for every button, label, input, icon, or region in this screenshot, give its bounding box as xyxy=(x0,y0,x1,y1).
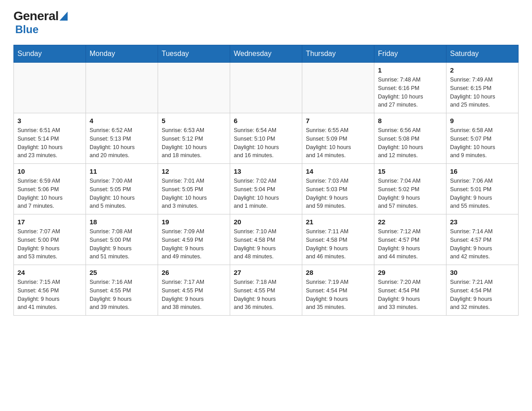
day-info: Sunrise: 7:16 AM Sunset: 4:55 PM Dayligh… xyxy=(90,278,154,312)
calendar-week-row: 10Sunrise: 6:59 AM Sunset: 5:06 PM Dayli… xyxy=(14,164,519,214)
day-info: Sunrise: 7:21 AM Sunset: 4:54 PM Dayligh… xyxy=(450,278,515,312)
calendar-cell: 17Sunrise: 7:07 AM Sunset: 5:00 PM Dayli… xyxy=(14,214,86,265)
calendar-cell xyxy=(86,63,158,113)
logo-arrow-icon xyxy=(60,12,68,21)
day-info: Sunrise: 7:20 AM Sunset: 4:54 PM Dayligh… xyxy=(378,278,442,312)
calendar-cell xyxy=(302,63,374,113)
calendar-cell: 10Sunrise: 6:59 AM Sunset: 5:06 PM Dayli… xyxy=(14,164,86,214)
calendar-week-row: 17Sunrise: 7:07 AM Sunset: 5:00 PM Dayli… xyxy=(14,214,519,265)
calendar-cell: 23Sunrise: 7:14 AM Sunset: 4:57 PM Dayli… xyxy=(446,214,519,265)
calendar-cell: 29Sunrise: 7:20 AM Sunset: 4:54 PM Dayli… xyxy=(374,265,446,316)
day-info: Sunrise: 6:51 AM Sunset: 5:14 PM Dayligh… xyxy=(17,126,82,160)
day-info: Sunrise: 7:15 AM Sunset: 4:56 PM Dayligh… xyxy=(17,278,82,312)
calendar-cell: 3Sunrise: 6:51 AM Sunset: 5:14 PM Daylig… xyxy=(14,113,86,164)
day-number: 21 xyxy=(306,218,370,226)
day-number: 27 xyxy=(234,269,298,276)
day-info: Sunrise: 7:01 AM Sunset: 5:05 PM Dayligh… xyxy=(162,177,226,210)
calendar-cell: 9Sunrise: 6:58 AM Sunset: 5:07 PM Daylig… xyxy=(446,113,519,164)
calendar-cell: 25Sunrise: 7:16 AM Sunset: 4:55 PM Dayli… xyxy=(86,265,158,316)
calendar-cell: 24Sunrise: 7:15 AM Sunset: 4:56 PM Dayli… xyxy=(14,265,86,316)
calendar-cell: 30Sunrise: 7:21 AM Sunset: 4:54 PM Dayli… xyxy=(446,265,519,316)
day-info: Sunrise: 7:10 AM Sunset: 4:58 PM Dayligh… xyxy=(234,227,298,261)
calendar-cell: 21Sunrise: 7:11 AM Sunset: 4:58 PM Dayli… xyxy=(302,214,374,265)
calendar-cell xyxy=(14,63,86,113)
calendar-cell: 18Sunrise: 7:08 AM Sunset: 5:00 PM Dayli… xyxy=(86,214,158,265)
calendar-cell: 15Sunrise: 7:04 AM Sunset: 5:02 PM Dayli… xyxy=(374,164,446,214)
day-number: 15 xyxy=(378,167,442,175)
day-info: Sunrise: 7:12 AM Sunset: 4:57 PM Dayligh… xyxy=(378,227,442,261)
day-number: 9 xyxy=(450,117,515,124)
calendar-cell: 20Sunrise: 7:10 AM Sunset: 4:58 PM Dayli… xyxy=(230,214,302,265)
day-number: 16 xyxy=(450,167,515,175)
day-info: Sunrise: 6:56 AM Sunset: 5:08 PM Dayligh… xyxy=(378,126,442,160)
calendar-cell: 2Sunrise: 7:49 AM Sunset: 6:15 PM Daylig… xyxy=(446,63,519,113)
day-info: Sunrise: 7:09 AM Sunset: 4:59 PM Dayligh… xyxy=(162,227,226,261)
calendar-week-row: 24Sunrise: 7:15 AM Sunset: 4:56 PM Dayli… xyxy=(14,265,519,316)
page-header: General Blue xyxy=(13,9,519,36)
day-info: Sunrise: 7:48 AM Sunset: 6:16 PM Dayligh… xyxy=(378,76,442,109)
day-number: 19 xyxy=(162,218,226,226)
day-number: 18 xyxy=(90,218,154,226)
day-info: Sunrise: 7:03 AM Sunset: 5:03 PM Dayligh… xyxy=(306,177,370,210)
calendar-cell: 6Sunrise: 6:54 AM Sunset: 5:10 PM Daylig… xyxy=(230,113,302,164)
logo-blue-text: Blue xyxy=(15,23,39,35)
day-number: 20 xyxy=(234,218,298,226)
day-number: 24 xyxy=(17,269,82,276)
day-info: Sunrise: 7:08 AM Sunset: 5:00 PM Dayligh… xyxy=(90,227,154,261)
day-number: 10 xyxy=(17,167,82,175)
day-info: Sunrise: 6:59 AM Sunset: 5:06 PM Dayligh… xyxy=(17,177,82,210)
day-number: 2 xyxy=(450,66,515,74)
day-number: 28 xyxy=(306,269,370,276)
calendar-week-row: 1Sunrise: 7:48 AM Sunset: 6:16 PM Daylig… xyxy=(14,63,519,113)
day-info: Sunrise: 7:06 AM Sunset: 5:01 PM Dayligh… xyxy=(450,177,515,210)
column-header-friday: Friday xyxy=(374,45,446,63)
day-number: 14 xyxy=(306,167,370,175)
day-number: 11 xyxy=(90,167,154,175)
day-number: 30 xyxy=(450,269,515,276)
calendar-cell xyxy=(230,63,302,113)
day-info: Sunrise: 7:11 AM Sunset: 4:58 PM Dayligh… xyxy=(306,227,370,261)
day-info: Sunrise: 7:14 AM Sunset: 4:57 PM Dayligh… xyxy=(450,227,515,261)
day-number: 8 xyxy=(378,117,442,124)
column-header-sunday: Sunday xyxy=(14,45,86,63)
day-info: Sunrise: 7:17 AM Sunset: 4:55 PM Dayligh… xyxy=(162,278,226,312)
column-header-thursday: Thursday xyxy=(302,45,374,63)
day-number: 4 xyxy=(90,117,154,124)
calendar-cell: 19Sunrise: 7:09 AM Sunset: 4:59 PM Dayli… xyxy=(158,214,230,265)
day-number: 26 xyxy=(162,269,226,276)
calendar-cell: 13Sunrise: 7:02 AM Sunset: 5:04 PM Dayli… xyxy=(230,164,302,214)
calendar-cell: 7Sunrise: 6:55 AM Sunset: 5:09 PM Daylig… xyxy=(302,113,374,164)
day-number: 25 xyxy=(90,269,154,276)
calendar-cell xyxy=(158,63,230,113)
logo-general-text: General xyxy=(13,9,59,23)
calendar-cell: 27Sunrise: 7:18 AM Sunset: 4:55 PM Dayli… xyxy=(230,265,302,316)
column-header-saturday: Saturday xyxy=(446,45,519,63)
svg-marker-0 xyxy=(60,12,68,21)
column-header-monday: Monday xyxy=(86,45,158,63)
column-header-wednesday: Wednesday xyxy=(230,45,302,63)
day-info: Sunrise: 6:53 AM Sunset: 5:12 PM Dayligh… xyxy=(162,126,226,160)
day-number: 3 xyxy=(17,117,82,124)
calendar-table: SundayMondayTuesdayWednesdayThursdayFrid… xyxy=(13,45,519,316)
day-info: Sunrise: 6:58 AM Sunset: 5:07 PM Dayligh… xyxy=(450,126,515,160)
day-number: 1 xyxy=(378,66,442,74)
day-info: Sunrise: 7:18 AM Sunset: 4:55 PM Dayligh… xyxy=(234,278,298,312)
calendar-cell: 12Sunrise: 7:01 AM Sunset: 5:05 PM Dayli… xyxy=(158,164,230,214)
day-info: Sunrise: 6:52 AM Sunset: 5:13 PM Dayligh… xyxy=(90,126,154,160)
day-info: Sunrise: 7:02 AM Sunset: 5:04 PM Dayligh… xyxy=(234,177,298,210)
calendar-cell: 28Sunrise: 7:19 AM Sunset: 4:54 PM Dayli… xyxy=(302,265,374,316)
calendar-header-row: SundayMondayTuesdayWednesdayThursdayFrid… xyxy=(14,45,519,63)
calendar-cell: 8Sunrise: 6:56 AM Sunset: 5:08 PM Daylig… xyxy=(374,113,446,164)
calendar-cell: 22Sunrise: 7:12 AM Sunset: 4:57 PM Dayli… xyxy=(374,214,446,265)
day-info: Sunrise: 7:00 AM Sunset: 5:05 PM Dayligh… xyxy=(90,177,154,210)
calendar-cell: 5Sunrise: 6:53 AM Sunset: 5:12 PM Daylig… xyxy=(158,113,230,164)
day-number: 12 xyxy=(162,167,226,175)
day-number: 22 xyxy=(378,218,442,226)
day-info: Sunrise: 6:55 AM Sunset: 5:09 PM Dayligh… xyxy=(306,126,370,160)
day-number: 17 xyxy=(17,218,82,226)
logo: General Blue xyxy=(13,9,68,36)
calendar-cell: 1Sunrise: 7:48 AM Sunset: 6:16 PM Daylig… xyxy=(374,63,446,113)
day-info: Sunrise: 7:19 AM Sunset: 4:54 PM Dayligh… xyxy=(306,278,370,312)
calendar-cell: 4Sunrise: 6:52 AM Sunset: 5:13 PM Daylig… xyxy=(86,113,158,164)
calendar-cell: 26Sunrise: 7:17 AM Sunset: 4:55 PM Dayli… xyxy=(158,265,230,316)
